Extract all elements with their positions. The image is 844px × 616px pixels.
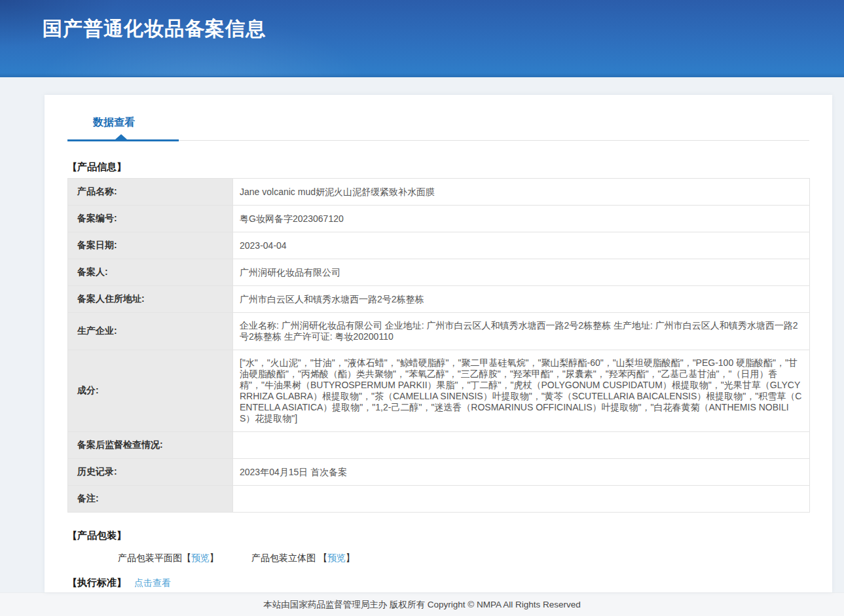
table-row: 成分: ["水"，"火山泥"，"甘油"，"液体石蜡"，"鲸蜡硬脂醇"，"聚二甲基… <box>68 350 810 432</box>
table-row: 备案编号: 粤G妆网备字2023067120 <box>68 206 810 232</box>
caret-up-icon <box>115 134 127 139</box>
tab-rule <box>67 139 809 141</box>
copyright-text: 本站由国家药品监督管理局主办 版权所有 Copyright © NMPA All… <box>263 599 581 611</box>
packaging-item-label: 产品包装平面图 <box>118 553 182 563</box>
preview-link[interactable]: 预览 <box>327 553 346 563</box>
row-label: 历史记录: <box>68 459 233 486</box>
page-footer: 本站由国家药品监督管理局主办 版权所有 Copyright © NMPA All… <box>0 592 844 616</box>
packaging-item: 产品包装立体图 【预览】 <box>251 553 355 564</box>
table-row: 生产企业: 企业名称: 广州润研化妆品有限公司 企业地址: 广州市白云区人和镇秀… <box>68 313 810 350</box>
tab-rule-line <box>179 140 809 141</box>
row-label: 备案人住所地址: <box>68 286 233 313</box>
table-row: 备案人住所地址: 广州市白云区人和镇秀水塘西一路2号2栋整栋 <box>68 286 810 313</box>
standard-section-title: 【执行标准】 <box>67 577 126 589</box>
row-value: 企业名称: 广州润研化妆品有限公司 企业地址: 广州市白云区人和镇秀水塘西一路2… <box>233 313 810 350</box>
row-value: 广州润研化妆品有限公司 <box>233 259 810 286</box>
bracket-close: 】 <box>346 553 355 563</box>
row-value: 粤G妆网备字2023067120 <box>233 206 810 232</box>
table-row: 备注: <box>68 486 810 513</box>
content-card: 数据查看 【产品信息】 产品名称: Jane volcanic mud妍泥火山泥… <box>45 95 832 592</box>
row-value <box>233 486 810 513</box>
row-value: 2023年04月15日 首次备案 <box>233 459 810 486</box>
standard-row: 【执行标准】 点击查看 <box>67 577 809 589</box>
tab-data-view[interactable]: 数据查看 <box>93 116 135 130</box>
table-row: 备案日期: 2023-04-04 <box>68 232 810 259</box>
product-info-table: 产品名称: Jane volcanic mud妍泥火山泥舒缓紧致补水面膜 备案编… <box>67 178 810 513</box>
standard-view-link[interactable]: 点击查看 <box>134 577 171 589</box>
product-info-section-title: 【产品信息】 <box>67 161 809 173</box>
page-title: 国产普通化妆品备案信息 <box>43 16 844 43</box>
row-label: 备案人: <box>68 259 233 286</box>
product-info-table-body: 产品名称: Jane volcanic mud妍泥火山泥舒缓紧致补水面膜 备案编… <box>68 179 810 513</box>
preview-link[interactable]: 预览 <box>191 553 210 563</box>
table-row: 备案人: 广州润研化妆品有限公司 <box>68 259 810 286</box>
row-label: 备案编号: <box>68 206 233 232</box>
table-row: 备案后监督检查情况: <box>68 432 810 459</box>
tab-active-underline <box>67 139 179 141</box>
packaging-item: 产品包装平面图【预览】 <box>118 553 219 564</box>
row-value <box>233 432 810 459</box>
row-value: 广州市白云区人和镇秀水塘西一路2号2栋整栋 <box>233 286 810 313</box>
row-label: 备案日期: <box>68 232 233 259</box>
packaging-item-label: 产品包装立体图 <box>251 553 318 563</box>
bracket-open: 【 <box>182 553 191 563</box>
row-label: 成分: <box>68 350 233 432</box>
row-label: 备注: <box>68 486 233 513</box>
packaging-section-title: 【产品包装】 <box>67 530 809 542</box>
table-row: 产品名称: Jane volcanic mud妍泥火山泥舒缓紧致补水面膜 <box>68 179 810 206</box>
table-row: 历史记录: 2023年04月15日 首次备案 <box>68 459 810 486</box>
bracket-close: 】 <box>210 553 219 563</box>
row-label: 备案后监督检查情况: <box>68 432 233 459</box>
row-value: Jane volcanic mud妍泥火山泥舒缓紧致补水面膜 <box>233 179 810 206</box>
page-header: 国产普通化妆品备案信息 <box>0 0 844 77</box>
packaging-row: 产品包装平面图【预览】 产品包装立体图 【预览】 <box>118 553 809 564</box>
main-area: 数据查看 【产品信息】 产品名称: Jane volcanic mud妍泥火山泥… <box>0 77 844 592</box>
row-label: 产品名称: <box>68 179 233 206</box>
row-label: 生产企业: <box>68 313 233 350</box>
bracket-open: 【 <box>318 553 327 563</box>
row-value: 2023-04-04 <box>233 232 810 259</box>
row-value: ["水"，"火山泥"，"甘油"，"液体石蜡"，"鲸蜡硬脂醇"，"聚二甲基硅氧烷"… <box>233 350 810 432</box>
